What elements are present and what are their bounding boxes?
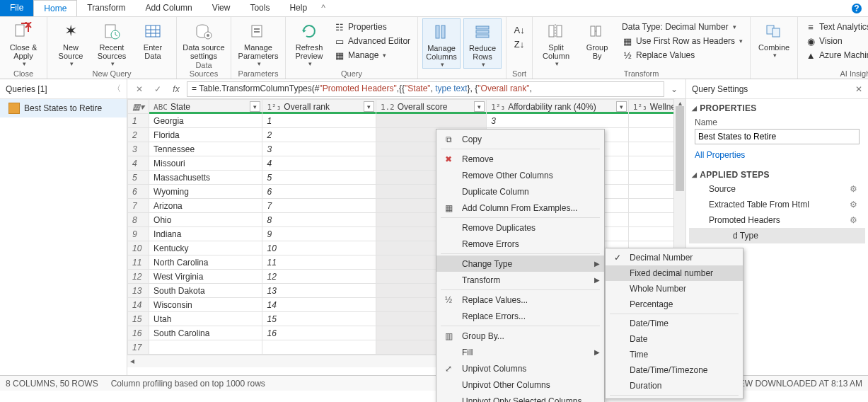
cell-rank[interactable]: 5 (262, 171, 376, 185)
gear-icon[interactable]: ⚙ (850, 215, 860, 225)
cell-rank[interactable]: 15 (262, 312, 376, 326)
cell-rank[interactable]: 12 (262, 270, 376, 284)
row-number[interactable]: 16 (128, 326, 149, 340)
cell-rank[interactable]: 10 (262, 241, 376, 255)
cell-rank[interactable]: 1 (262, 114, 376, 128)
cell-state[interactable]: South Dakota (149, 284, 262, 298)
ctx-fill[interactable]: Fill▶ (436, 344, 604, 360)
type-datetime[interactable]: Date/Time (606, 316, 743, 331)
ctx-add-from-examples[interactable]: ▦Add Column From Examples... (436, 200, 604, 216)
row-number[interactable]: 11 (128, 255, 149, 270)
row-corner[interactable]: ▦▾ (128, 100, 149, 114)
ctx-remove-dup[interactable]: Remove Duplicates (436, 219, 604, 236)
col-score[interactable]: 1.2Overall score▾ (376, 100, 486, 114)
ctx-remove-err[interactable]: Remove Errors (436, 236, 604, 252)
type-time[interactable]: Time (606, 347, 743, 362)
ctx-unpivot[interactable]: ⤢Unpivot Columns (436, 360, 604, 377)
cell-rank[interactable]: 6 (262, 185, 376, 199)
formula-fx[interactable]: fx (168, 81, 184, 97)
menu-add-column[interactable]: Add Column (136, 0, 202, 16)
row-number[interactable]: 1 (128, 114, 149, 128)
ctx-remove[interactable]: ✖Remove (436, 151, 604, 167)
sort-desc-button[interactable]: Z↓ (511, 37, 528, 51)
settings-close[interactable]: ✕ (855, 84, 862, 94)
sort-asc-button[interactable]: A↓ (511, 23, 528, 37)
combine-button[interactable]: Combine▾ (755, 18, 793, 59)
row-number[interactable]: 9 (128, 227, 149, 241)
formula-expand[interactable]: ⌄ (667, 84, 681, 94)
type-date[interactable]: Date (606, 331, 743, 347)
type-whole[interactable]: Whole Number (606, 281, 743, 297)
cell-state[interactable]: Missouri (149, 156, 262, 171)
cell-state[interactable]: Arizona (149, 199, 262, 213)
row-number[interactable]: 12 (128, 270, 149, 284)
cell-rank[interactable]: 13 (262, 284, 376, 298)
table-row[interactable]: 1Georgia13 (128, 114, 685, 128)
formula-commit[interactable]: ✓ (150, 81, 166, 97)
close-apply-button[interactable]: Close & Apply▾ (4, 18, 42, 67)
type-duration[interactable]: Duration (606, 378, 743, 394)
menu-home[interactable]: Home (33, 0, 77, 16)
ctx-unpivot-other[interactable]: Unpivot Other Columns (436, 377, 604, 393)
filter-icon[interactable]: ▾ (250, 101, 260, 112)
row-number[interactable]: 6 (128, 185, 149, 199)
row-number[interactable]: 3 (128, 142, 149, 156)
manage-button[interactable]: ▦Manage▾ (331, 48, 413, 62)
query-item[interactable]: Best States to Retire (0, 99, 127, 117)
replace-values-button[interactable]: ½Replace Values (619, 48, 746, 62)
data-source-settings-button[interactable]: Data source settings (181, 18, 226, 60)
filter-icon[interactable]: ▾ (474, 101, 485, 112)
cell-state[interactable]: Georgia (149, 114, 262, 128)
queries-collapse[interactable]: 〈 (112, 83, 121, 95)
cell-state[interactable]: Florida (149, 128, 262, 142)
cell-rank[interactable]: 16 (262, 326, 376, 340)
row-number[interactable]: 17 (128, 340, 149, 355)
cell-afford[interactable]: 3 (487, 114, 629, 128)
row-number[interactable]: 4 (128, 156, 149, 171)
cell-state[interactable]: North Carolina (149, 255, 262, 270)
advanced-editor-button[interactable]: ▭Advanced Editor (331, 34, 413, 48)
cell-state[interactable]: Indiana (149, 227, 262, 241)
ctx-duplicate[interactable]: Duplicate Column (436, 183, 604, 200)
ctx-group-by[interactable]: ▥Group By... (436, 328, 604, 344)
ribbon-collapse[interactable]: ^ (317, 0, 330, 16)
row-number[interactable]: 13 (128, 284, 149, 298)
type-percentage[interactable]: Percentage (606, 297, 743, 312)
ctx-change-type[interactable]: Change Type▶ (436, 255, 604, 272)
filter-icon[interactable]: ▾ (616, 101, 627, 112)
cell-score[interactable] (376, 114, 486, 128)
cell-state[interactable]: Wisconsin (149, 298, 262, 312)
row-number[interactable]: 14 (128, 298, 149, 312)
step-promoted[interactable]: Promoted Headers⚙ (689, 212, 865, 228)
ctx-copy[interactable]: ⧉Copy (436, 131, 604, 147)
filter-icon[interactable]: ▾ (364, 101, 374, 112)
triangle-icon[interactable]: ◢ (692, 171, 697, 178)
row-number[interactable]: 8 (128, 213, 149, 227)
manage-parameters-button[interactable]: Manage Parameters▾ (236, 18, 281, 67)
first-row-headers-button[interactable]: ▦Use First Row as Headers▾ (619, 34, 746, 48)
menu-file[interactable]: File (0, 0, 33, 16)
enter-data-button[interactable]: Enter Data (134, 18, 172, 60)
ctx-replace-errors[interactable]: Replace Errors... (436, 308, 604, 324)
menu-help[interactable]: Help (279, 0, 317, 16)
properties-button[interactable]: ☷Properties (331, 20, 413, 34)
name-input[interactable] (695, 129, 860, 144)
data-type-button[interactable]: Data Type: Decimal Number▾ (619, 20, 746, 34)
cell-rank[interactable]: 3 (262, 142, 376, 156)
row-number[interactable]: 10 (128, 241, 149, 255)
cell-state[interactable]: Utah (149, 312, 262, 326)
cell-rank[interactable]: 2 (262, 128, 376, 142)
all-properties-link[interactable]: All Properties (695, 150, 745, 160)
new-source-button[interactable]: ✶New Source▾ (52, 18, 90, 67)
split-column-button[interactable]: Split Column▾ (537, 18, 575, 67)
formula-cancel[interactable]: ✕ (132, 81, 147, 97)
cell-rank[interactable]: 11 (262, 255, 376, 270)
cell-rank[interactable]: 8 (262, 213, 376, 227)
refresh-preview-button[interactable]: Refresh Preview▾ (290, 18, 328, 67)
row-number[interactable]: 2 (128, 128, 149, 142)
ctx-unpivot-sel[interactable]: Unpivot Only Selected Columns (436, 393, 604, 402)
cell-rank[interactable]: 7 (262, 199, 376, 213)
cell-state[interactable]: Tennessee (149, 142, 262, 156)
step-source[interactable]: Source⚙ (689, 181, 865, 197)
cell-rank[interactable]: 14 (262, 298, 376, 312)
